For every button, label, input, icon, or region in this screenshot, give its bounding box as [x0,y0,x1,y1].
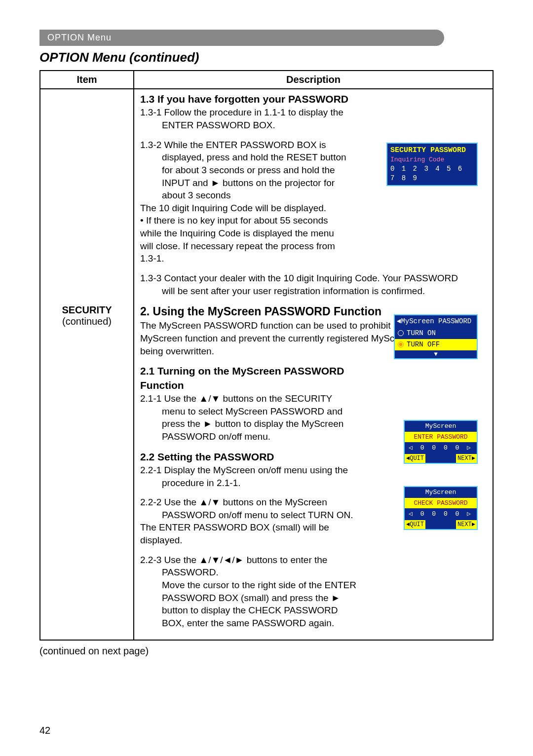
quit-label: ◄QUIT [405,520,425,529]
text: procedure in 2.1-1. [140,477,357,490]
text: 1.3-3 Contact your dealer with the 10 di… [140,273,458,283]
label: TURN OFF [407,340,440,348]
continued-note: (continued on next page) [39,645,494,657]
description-cell: 1.3 If you have forgotten your PASSWORD … [134,89,493,640]
item-name: SECURITY [46,304,127,316]
heading-2-1: 2.1 Turning on the MyScreen PASSWORD Fun… [140,365,344,390]
text: menu to select MyScreen PASSWORD and pre… [140,405,357,443]
quit-label: ◄QUIT [405,454,425,463]
item-cell: SECURITY (continued) [40,89,134,640]
next-label: NEXT► [456,520,477,529]
heading-2-2: 2.2 Setting the PASSWORD [140,451,274,462]
osd-label: ENTER PASSWORD [405,432,477,443]
text: The 10 digit Inquiring Code will be disp… [140,203,326,213]
text: • If there is no key input for about 55 … [140,215,335,264]
text: PASSWORD on/off menu to select TURN ON. [140,509,357,522]
text: 2.2-1 Display the MyScreen on/off menu u… [140,465,348,475]
text: PASSWORD. [140,566,362,579]
heading-2: 2. Using the MyScreen PASSWORD Function [140,305,381,318]
option-table: Item Description SECURITY (continued) 1.… [39,70,494,641]
text: 1.3-1 Follow the procedure in 1.1-1 to d… [140,107,343,117]
osd-digits: ◁ 0 0 0 0 ▷ [405,442,477,454]
osd-check-password: MyScreen CHECK PASSWORD ◁ 0 0 0 0 ▷ ◄QUI… [404,486,478,530]
osd-inquiring-code: SECURITY PASSWORD Inquiring Code 0 1 2 3… [386,143,478,186]
item-sub: (continued) [46,316,127,327]
osd-digits: ◁ 0 0 0 0 ▷ [405,508,477,520]
osd-enter-password: MyScreen ENTER PASSWORD ◁ 0 0 0 0 ▷ ◄QUI… [404,420,478,464]
text: will be sent after your user registratio… [140,285,487,298]
down-arrow-icon: ▼ [395,350,477,358]
text: 2.1-1 Use the ▲/▼ buttons on the SECURIT… [140,393,332,404]
page-number: 42 [39,725,50,736]
osd-sub: Inquiring Code [390,155,474,164]
next-label: NEXT► [456,454,477,463]
header-item: Item [40,71,134,89]
osd-title: SECURITY PASSWORD [390,146,474,155]
osd-menu-title: ◄MyScreen PASSWORD [395,315,477,328]
heading-1-3: 1.3 If you have forgotten your PASSWORD [140,93,348,105]
label: TURN ON [407,329,436,337]
text: 2.2-3 Use the ▲/▼/◄/► buttons to enter t… [140,555,327,565]
osd-label: CHECK PASSWORD [405,498,477,509]
text: 2.2-2 Use the ▲/▼ buttons on the MyScree… [140,497,327,507]
osd-label: MyScreen [405,487,477,498]
osd-code: 0 1 2 3 4 5 6 7 8 9 [390,164,474,183]
osd-label: MyScreen [405,421,477,432]
digits: 0 0 0 0 [420,444,461,452]
osd-menu-on: TURN ON [395,328,477,339]
text: Move the cursor to the right side of the… [140,579,362,630]
osd-myscreen-menu: ◄MyScreen PASSWORD TURN ON TURN OFF ▼ [394,314,478,359]
page-title: OPTION Menu (continued) [39,50,494,65]
text: The ENTER PASSWORD BOX (small) will be d… [140,522,329,545]
osd-menu-off: TURN OFF [395,339,477,350]
text: ENTER PASSWORD BOX. [140,119,487,132]
digits: 0 0 0 0 [420,510,461,518]
text: 1.3-2 While the ENTER PASSWORD BOX is [140,140,326,150]
text: displayed, press and hold the RESET butt… [140,151,347,202]
section-tab: OPTION Menu [39,30,444,46]
header-desc: Description [134,71,493,89]
